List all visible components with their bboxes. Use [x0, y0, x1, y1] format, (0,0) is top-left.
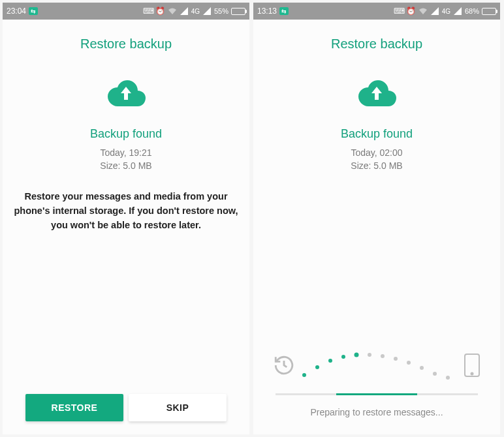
keyboard-icon: ⌨: [144, 7, 153, 15]
battery-text: 55%: [214, 7, 228, 15]
keyboard-icon: ⌨: [395, 7, 404, 15]
svg-point-13: [471, 373, 473, 375]
content-area: Restore backup Backup found Today, 02:00…: [253, 20, 500, 434]
skip-button[interactable]: SKIP: [129, 394, 227, 421]
svg-point-0: [302, 373, 306, 377]
transfer-animation: [269, 348, 484, 389]
page-title: Restore backup: [80, 37, 172, 52]
history-icon: [273, 354, 295, 379]
restore-button[interactable]: RESTORE: [25, 394, 123, 421]
backup-meta: Today, 19:21 Size: 5.0 MB: [100, 146, 151, 172]
svg-point-7: [394, 357, 398, 361]
signal-icon: [430, 7, 439, 15]
button-row: RESTORE SKIP: [3, 394, 249, 434]
alarm-icon: ⏰: [156, 7, 165, 15]
restore-description: Restore your messages and media from you…: [3, 189, 249, 232]
status-badge-icon: ⇆: [29, 7, 38, 15]
svg-point-9: [420, 366, 424, 370]
alarm-icon: ⏰: [407, 7, 416, 15]
status-time: 23:04: [7, 7, 26, 16]
network-label: 4G: [442, 8, 450, 15]
backup-time: Today, 19:21: [100, 146, 151, 159]
backup-size: Size: 5.0 MB: [351, 159, 402, 172]
svg-point-1: [315, 365, 319, 369]
svg-point-8: [407, 361, 411, 365]
backup-found-heading: Backup found: [341, 127, 413, 141]
progress-bar: [276, 393, 478, 395]
signal-icon: [180, 7, 189, 15]
backup-time: Today, 02:00: [351, 146, 402, 159]
progress-area: Preparing to restore messages...: [253, 341, 500, 434]
battery-icon: [482, 8, 496, 15]
content-area: Restore backup Backup found Today, 19:21…: [3, 20, 249, 434]
svg-point-4: [354, 353, 359, 357]
status-bar: 23:04 ⇆ ⌨ ⏰ 4G 55%: [3, 3, 249, 20]
cloud-upload-icon: [356, 78, 398, 112]
wifi-icon: [418, 7, 428, 15]
network-label: 4G: [191, 8, 200, 15]
svg-point-6: [381, 354, 385, 358]
backup-found-heading: Backup found: [90, 127, 162, 141]
wifi-icon: [168, 7, 177, 15]
phone-screen-restore-progress: 13:13 ⇆ ⌨ ⏰ 4G 68% Restore backup: [253, 3, 500, 434]
battery-icon: [231, 8, 245, 15]
cloud-upload-icon: [105, 78, 147, 112]
status-bar: 13:13 ⇆ ⌨ ⏰ 4G 68%: [253, 3, 500, 20]
battery-text: 68%: [465, 7, 479, 15]
svg-point-3: [341, 355, 345, 359]
phone-screen-restore-prompt: 23:04 ⇆ ⌨ ⏰ 4G 55% Restore backup: [3, 3, 249, 434]
svg-point-2: [328, 359, 332, 363]
backup-size: Size: 5.0 MB: [100, 159, 151, 172]
phone-icon: [464, 353, 480, 380]
signal-icon-2: [202, 7, 212, 15]
signal-icon-2: [453, 7, 462, 15]
page-title: Restore backup: [331, 37, 422, 52]
svg-point-5: [368, 353, 371, 357]
svg-point-11: [446, 376, 450, 380]
progress-text: Preparing to restore messages...: [269, 407, 484, 417]
backup-meta: Today, 02:00 Size: 5.0 MB: [351, 146, 402, 172]
transfer-dots-icon: [298, 350, 454, 380]
status-time: 13:13: [257, 7, 277, 16]
svg-point-10: [433, 372, 437, 376]
status-badge-icon: ⇆: [279, 7, 289, 15]
